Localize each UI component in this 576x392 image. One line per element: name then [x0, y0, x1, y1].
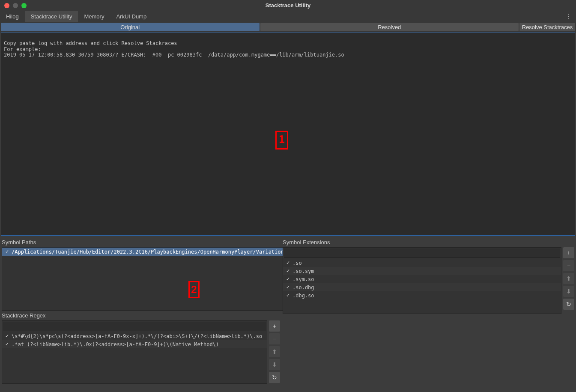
close-window-icon[interactable] [4, 3, 9, 8]
left-column: Symbol Paths ✓ /Applications/Tuanjie/Hub… [2, 237, 280, 390]
checkbox-icon[interactable]: ✓ [285, 260, 291, 266]
extensions-search-input[interactable] [284, 248, 560, 258]
regex-item[interactable]: ✓ \s*#\d{2}\s*pc\s(?<address>[a-fA-F0-9x… [2, 332, 267, 340]
symbol-paths-header: Symbol Paths [2, 237, 280, 247]
add-button[interactable]: + [563, 247, 574, 258]
checkbox-icon[interactable]: ✓ [285, 293, 291, 299]
traffic-lights [0, 3, 27, 8]
refresh-button[interactable]: ↻ [269, 372, 280, 383]
regex-text: .*at (?<libName>lib.*)\.0x(?<address>[a-… [12, 341, 219, 347]
resolve-stacktraces-button[interactable]: Resolve Stacktraces [519, 23, 575, 31]
checkbox-icon[interactable]: ✓ [285, 284, 291, 290]
regex-text: \s*#\d{2}\s*pc\s(?<address>[a-fA-F0-9x-x… [12, 333, 262, 339]
kebab-menu-icon[interactable]: ⋮ [565, 11, 572, 22]
remove-button[interactable]: − [269, 333, 280, 344]
move-up-button[interactable]: ⬆ [563, 273, 574, 284]
checkbox-icon[interactable]: ✓ [285, 276, 291, 282]
extension-item[interactable]: ✓ .dbg.so [283, 291, 561, 299]
symbol-extensions-header: Symbol Extensions [283, 237, 574, 247]
titlebar: Stacktrace Utility [0, 0, 576, 11]
move-down-button[interactable]: ⬇ [563, 286, 574, 297]
extension-text: .so.dbg [292, 284, 314, 290]
checkbox-icon[interactable]: ✓ [4, 341, 10, 347]
checkbox-icon[interactable]: ✓ [4, 333, 10, 339]
extension-item[interactable]: ✓ .so [283, 259, 561, 267]
add-button[interactable]: + [269, 320, 280, 332]
annotation-1: 1 [275, 131, 288, 150]
log-textarea[interactable]: Copy paste log with address and click Re… [1, 33, 575, 236]
regex-list[interactable]: ✓ \s*#\d{2}\s*pc\s(?<address>[a-fA-F0-9x… [2, 320, 267, 384]
regex-search-input[interactable] [3, 322, 266, 331]
regex-item[interactable]: ✓ .*at (?<libName>lib.*)\.0x(?<address>[… [2, 340, 267, 348]
regex-buttons: + − ⬆ ⬇ ↻ [269, 320, 280, 384]
right-column: Symbol Extensions ✓ .so ✓ .so.sym ✓ .sym… [283, 237, 574, 390]
log-line: For example: [4, 46, 41, 52]
maximize-window-icon[interactable] [21, 3, 27, 8]
remove-button[interactable]: − [563, 260, 574, 271]
symbol-extensions-list[interactable]: ✓ .so ✓ .so.sym ✓ .sym.so ✓ .so.dbg ✓ [283, 247, 561, 314]
extension-text: .dbg.so [292, 293, 314, 299]
extension-text: .sym.so [292, 276, 314, 282]
menu-stacktrace-utility[interactable]: Stacktrace Utility [25, 11, 78, 22]
menu-memory[interactable]: Memory [78, 11, 110, 22]
checkbox-icon[interactable]: ✓ [4, 249, 10, 255]
log-line: 2019-05-17 12:00:58.830 30759-30803/? E/… [4, 52, 344, 58]
menubar: Hilog Stacktrace Utility Memory ArkUI Du… [0, 11, 576, 22]
checkbox-icon[interactable]: ✓ [285, 268, 291, 274]
refresh-button[interactable]: ↻ [563, 299, 574, 310]
extension-item[interactable]: ✓ .so.dbg [283, 283, 561, 291]
move-up-button[interactable]: ⬆ [269, 346, 280, 357]
menu-hilog[interactable]: Hilog [0, 11, 25, 22]
tab-original[interactable]: Original [1, 23, 260, 31]
tabs-row: Original Resolved Resolve Stacktraces [0, 22, 576, 32]
minimize-window-icon[interactable] [13, 3, 18, 8]
extension-item[interactable]: ✓ .so.sym [283, 267, 561, 275]
menu-arkui-dump[interactable]: ArkUI Dump [110, 11, 152, 22]
log-line: Copy paste log with address and click Re… [4, 40, 177, 46]
stacktrace-regex-header: Stacktrace Regex [2, 311, 280, 320]
move-down-button[interactable]: ⬇ [269, 359, 280, 370]
annotation-2: 2 [188, 281, 200, 298]
window-title: Stacktrace Utility [266, 2, 311, 9]
extension-text: .so.sym [292, 268, 314, 274]
extension-item[interactable]: ✓ .sym.so [283, 275, 561, 283]
extension-text: .so [292, 260, 302, 266]
tab-resolved[interactable]: Resolved [260, 23, 519, 31]
bottom-area: Symbol Paths ✓ /Applications/Tuanjie/Hub… [0, 236, 576, 392]
extensions-buttons: + − ⬆ ⬇ ↻ [563, 247, 574, 314]
